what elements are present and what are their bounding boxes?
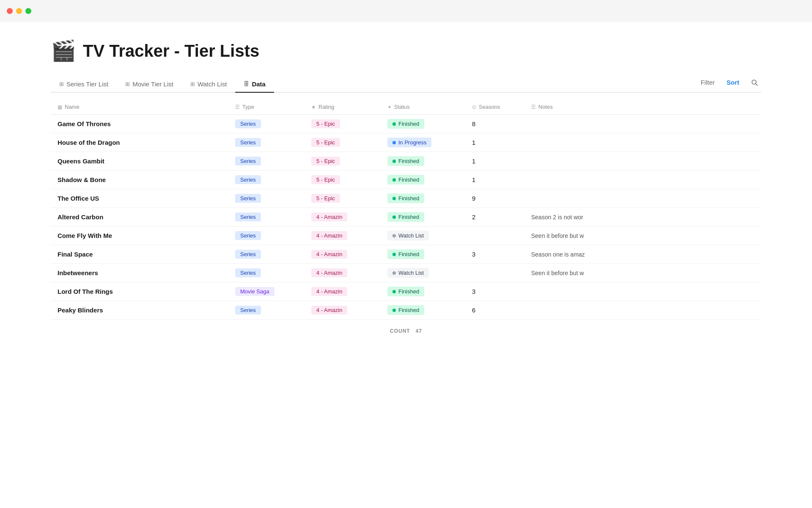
table-row[interactable]: Game Of ThronesSeries5 - EpicFinished8: [51, 115, 761, 133]
rating-badge: 4 - Amazin: [311, 287, 347, 296]
col-name-label: Name: [65, 104, 80, 110]
cell-status: Watch List: [381, 226, 465, 245]
cell-name: The Office US: [51, 189, 228, 208]
cell-type: Series: [228, 245, 304, 264]
table-row[interactable]: Lord Of The RingsMovie Saga4 - AmazinFin…: [51, 282, 761, 301]
cell-rating: 4 - Amazin: [304, 226, 381, 245]
rating-badge: 4 - Amazin: [311, 213, 347, 221]
status-badge: Finished: [387, 119, 424, 129]
col-header-name[interactable]: ▦ Name: [51, 99, 228, 115]
rating-badge: 5 - Epic: [311, 194, 340, 203]
status-dot: [392, 290, 396, 293]
table-row[interactable]: Come Fly With MeSeries4 - AmazinWatch Li…: [51, 226, 761, 245]
type-badge: Movie Saga: [235, 287, 274, 296]
minimize-button[interactable]: [16, 8, 22, 14]
cell-status: Finished: [381, 152, 465, 171]
cell-type: Series: [228, 264, 304, 282]
status-col-icon: ✦: [387, 104, 392, 110]
cell-type: Series: [228, 208, 304, 226]
cell-name: Peaky Blinders: [51, 301, 228, 320]
cell-rating: 5 - Epic: [304, 115, 381, 133]
col-header-type[interactable]: ☰ Type: [228, 99, 304, 115]
cell-status: Finished: [381, 282, 465, 301]
status-badge: In Progress: [387, 138, 431, 147]
status-badge: Finished: [387, 156, 424, 166]
cell-seasons: [465, 264, 524, 282]
cell-status: Finished: [381, 189, 465, 208]
table-row[interactable]: House of the DragonSeries5 - EpicIn Prog…: [51, 133, 761, 152]
rating-col-icon: ★: [311, 104, 316, 110]
cell-type: Series: [228, 301, 304, 320]
tab-movie-tier-label: Movie Tier List: [132, 80, 173, 88]
cell-type: Series: [228, 226, 304, 245]
cell-rating: 5 - Epic: [304, 189, 381, 208]
status-badge: Finished: [387, 175, 424, 185]
tab-movie-tier[interactable]: ⊞ Movie Tier List: [117, 76, 182, 93]
tab-watch-list[interactable]: ⊞ Watch List: [182, 76, 235, 93]
cell-name: Lord Of The Rings: [51, 282, 228, 301]
cell-seasons: 3: [465, 282, 524, 301]
type-badge: Series: [235, 194, 261, 203]
table-row[interactable]: Shadow & BoneSeries5 - EpicFinished1: [51, 171, 761, 189]
cell-rating: 4 - Amazin: [304, 264, 381, 282]
cell-notes: [524, 282, 761, 301]
tab-data[interactable]: 🗄 Data: [235, 76, 274, 93]
cell-seasons: 1: [465, 133, 524, 152]
table-row[interactable]: Final SpaceSeries4 - AmazinFinished3Seas…: [51, 245, 761, 264]
page-title: TV Tracker - Tier Lists: [83, 41, 259, 61]
col-notes-label: Notes: [538, 104, 553, 110]
status-badge: Finished: [387, 212, 424, 222]
cell-type: Series: [228, 152, 304, 171]
filter-button[interactable]: Filter: [697, 77, 718, 88]
name-col-icon: ▦: [58, 104, 62, 110]
table-body: Game Of ThronesSeries5 - EpicFinished8Ho…: [51, 115, 761, 320]
table-row[interactable]: Queens GambitSeries5 - EpicFinished1: [51, 152, 761, 171]
cell-notes: Seen it before but w: [524, 226, 761, 245]
cell-name: Game Of Thrones: [51, 115, 228, 133]
search-button[interactable]: [748, 77, 761, 88]
type-badge: Series: [235, 306, 261, 315]
search-icon: [751, 79, 758, 86]
table-row[interactable]: Altered CarbonSeries4 - AmazinFinished2S…: [51, 208, 761, 226]
status-dot: [392, 309, 396, 312]
titlebar: [0, 0, 812, 22]
sort-button[interactable]: Sort: [723, 77, 743, 88]
col-status-label: Status: [394, 104, 410, 110]
cell-notes: [524, 133, 761, 152]
cell-status: Finished: [381, 208, 465, 226]
rating-badge: 4 - Amazin: [311, 306, 347, 315]
table-row[interactable]: Peaky BlindersSeries4 - AmazinFinished6: [51, 301, 761, 320]
tab-series-tier[interactable]: ⊞ Series Tier List: [51, 76, 117, 93]
data-table: ▦ Name ☰ Type ★ Rating: [51, 99, 761, 320]
page-header: 🎬 TV Tracker - Tier Lists: [51, 39, 761, 63]
cell-rating: 5 - Epic: [304, 171, 381, 189]
status-dot: [392, 141, 396, 144]
col-header-notes[interactable]: ☰ Notes: [524, 99, 761, 115]
maximize-button[interactable]: [25, 8, 31, 14]
seasons-col-icon: ⊙: [472, 104, 476, 110]
cell-notes: Seen it before but w: [524, 264, 761, 282]
close-button[interactable]: [7, 8, 13, 14]
rating-badge: 4 - Amazin: [311, 268, 347, 277]
col-header-status[interactable]: ✦ Status: [381, 99, 465, 115]
col-header-seasons[interactable]: ⊙ Seasons: [465, 99, 524, 115]
type-badge: Series: [235, 157, 261, 166]
cell-status: Finished: [381, 115, 465, 133]
cell-status: Finished: [381, 171, 465, 189]
table-row[interactable]: InbetweenersSeries4 - AmazinWatch ListSe…: [51, 264, 761, 282]
cell-rating: 5 - Epic: [304, 133, 381, 152]
cell-type: Series: [228, 133, 304, 152]
type-badge: Series: [235, 250, 261, 259]
cell-type: Series: [228, 115, 304, 133]
col-header-rating[interactable]: ★ Rating: [304, 99, 381, 115]
cell-status: In Progress: [381, 133, 465, 152]
cell-seasons: [465, 226, 524, 245]
cell-name: Inbetweeners: [51, 264, 228, 282]
table-row[interactable]: The Office USSeries5 - EpicFinished9: [51, 189, 761, 208]
tab-data-icon: 🗄: [244, 81, 249, 87]
cell-notes: [524, 171, 761, 189]
cell-name: Final Space: [51, 245, 228, 264]
tab-series-tier-icon: ⊞: [59, 81, 64, 87]
cell-status: Watch List: [381, 264, 465, 282]
type-badge: Series: [235, 268, 261, 277]
